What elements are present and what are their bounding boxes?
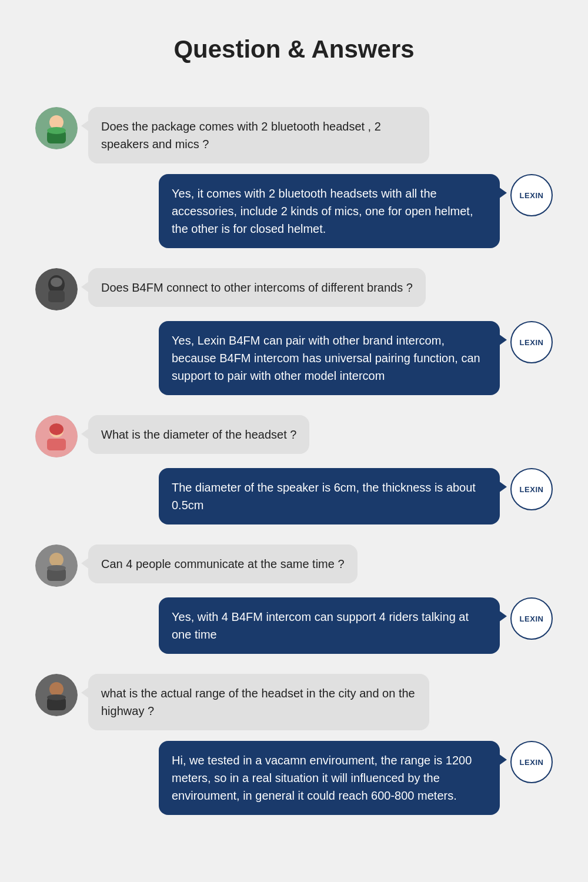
question-bubble-4: Can 4 people communicate at the same tim… [88, 544, 358, 583]
lexin-badge-label: LEXIN [520, 338, 544, 347]
svg-point-13 [49, 553, 64, 567]
answer-row-4: Yes, with 4 B4FM intercom can support 4 … [35, 597, 553, 654]
question-row-3: What is the diameter of the headset ? [35, 415, 553, 457]
lexin-badge-label: LEXIN [520, 191, 544, 200]
answer-row-5: Hi, we tested in a vacamn enviroument, t… [35, 741, 553, 815]
svg-rect-11 [47, 439, 66, 450]
svg-point-10 [49, 423, 64, 435]
lexin-badge: LEXIN [510, 468, 553, 510]
svg-point-6 [51, 278, 62, 287]
lexin-badge-label: LEXIN [520, 485, 544, 494]
answer-bubble-1: Yes, it comes with 2 bluetooth headsets … [159, 174, 500, 248]
question-bubble-3: What is the diameter of the headset ? [88, 415, 309, 454]
qa-container: Does the package comes with 2 bluetooth … [35, 93, 553, 821]
user-avatar-5 [35, 674, 78, 716]
question-bubble-1: Does the package comes with 2 bluetooth … [88, 107, 429, 163]
user-avatar-3 [35, 415, 78, 457]
lexin-badge: LEXIN [510, 597, 553, 640]
svg-rect-7 [48, 290, 65, 302]
svg-point-15 [47, 565, 66, 571]
svg-point-17 [49, 682, 64, 696]
question-bubble-2: Does B4FM connect to other intercoms of … [88, 268, 426, 307]
answer-row-1: Yes, it comes with 2 bluetooth headsets … [35, 174, 553, 248]
user-avatar-2 [35, 268, 78, 310]
answer-row-3: The diameter of the speaker is 6cm, the … [35, 468, 553, 524]
question-row-4: Can 4 people communicate at the same tim… [35, 544, 553, 587]
lexin-badge-label: LEXIN [520, 758, 544, 767]
user-avatar-1 [35, 107, 78, 149]
question-row-5: what is the actual range of the headset … [35, 674, 553, 730]
lexin-badge-label: LEXIN [520, 614, 544, 623]
lexin-badge: LEXIN [510, 174, 553, 216]
question-row-1: Does the package comes with 2 bluetooth … [35, 107, 553, 163]
answer-bubble-2: Yes, Lexin B4FM can pair with other bran… [159, 321, 500, 395]
answer-bubble-4: Yes, with 4 B4FM intercom can support 4 … [159, 597, 500, 654]
answer-bubble-3: The diameter of the speaker is 6cm, the … [159, 468, 500, 524]
page-title: Question & Answers [35, 35, 553, 64]
svg-point-3 [47, 127, 66, 134]
svg-point-19 [47, 694, 66, 700]
question-bubble-5: what is the actual range of the headset … [88, 674, 429, 730]
user-avatar-4 [35, 544, 78, 587]
answer-bubble-5: Hi, we tested in a vacamn enviroument, t… [159, 741, 500, 815]
lexin-badge: LEXIN [510, 741, 553, 783]
lexin-badge: LEXIN [510, 321, 553, 363]
question-row-2: Does B4FM connect to other intercoms of … [35, 268, 553, 310]
answer-row-2: Yes, Lexin B4FM can pair with other bran… [35, 321, 553, 395]
